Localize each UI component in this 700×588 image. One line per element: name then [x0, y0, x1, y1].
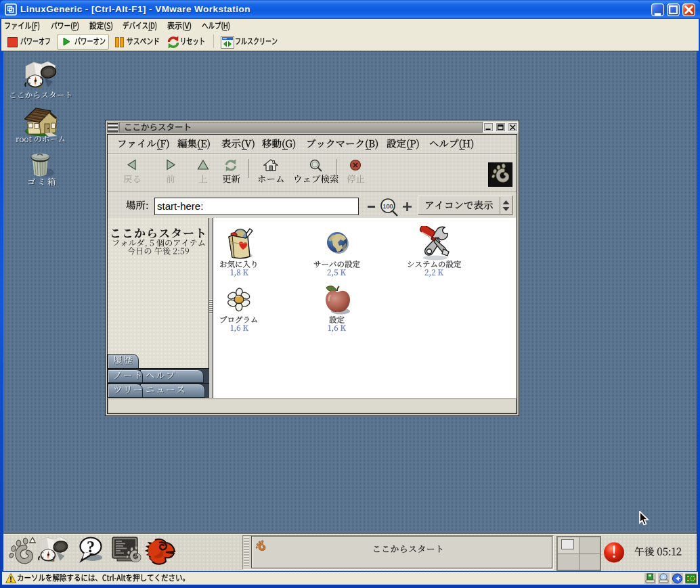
- svg-text:100: 100: [382, 203, 393, 210]
